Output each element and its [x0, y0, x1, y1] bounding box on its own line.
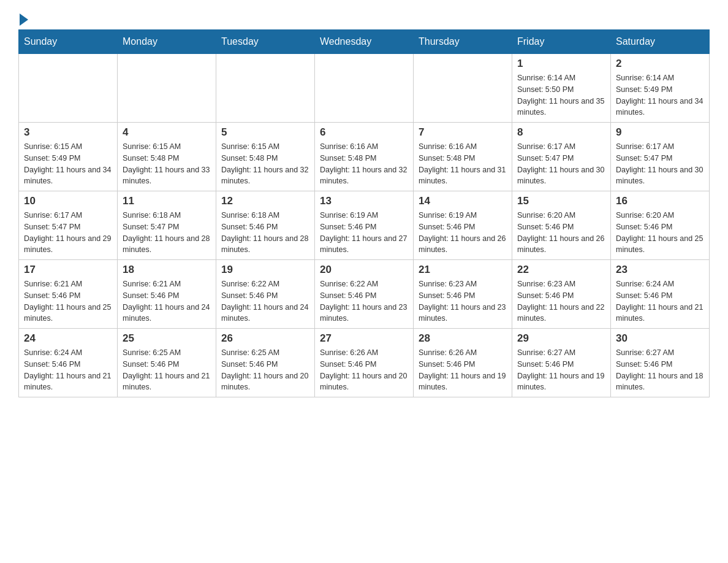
- calendar-cell: [118, 54, 216, 123]
- calendar-cell: 13Sunrise: 6:19 AMSunset: 5:46 PMDayligh…: [315, 191, 414, 260]
- calendar-cell: [216, 54, 315, 123]
- day-info: Sunrise: 6:14 AMSunset: 5:50 PMDaylight:…: [517, 72, 605, 118]
- day-number: 11: [123, 195, 211, 207]
- day-number: 5: [221, 126, 309, 139]
- calendar-cell: 27Sunrise: 6:26 AMSunset: 5:46 PMDayligh…: [315, 329, 414, 397]
- calendar-cell: 25Sunrise: 6:25 AMSunset: 5:46 PMDayligh…: [118, 329, 216, 397]
- day-info: Sunrise: 6:27 AMSunset: 5:46 PMDaylight:…: [517, 347, 605, 393]
- calendar-cell: 12Sunrise: 6:18 AMSunset: 5:46 PMDayligh…: [216, 191, 315, 260]
- calendar-cell: 19Sunrise: 6:22 AMSunset: 5:46 PMDayligh…: [216, 260, 315, 329]
- week-row-5: 24Sunrise: 6:24 AMSunset: 5:46 PMDayligh…: [19, 329, 710, 397]
- calendar-cell: 10Sunrise: 6:17 AMSunset: 5:47 PMDayligh…: [19, 191, 118, 260]
- calendar-cell: 28Sunrise: 6:26 AMSunset: 5:46 PMDayligh…: [414, 329, 512, 397]
- header-saturday: Saturday: [611, 30, 710, 54]
- day-info: Sunrise: 6:15 AMSunset: 5:49 PMDaylight:…: [24, 141, 112, 187]
- day-info: Sunrise: 6:17 AMSunset: 5:47 PMDaylight:…: [24, 210, 112, 256]
- calendar-cell: 16Sunrise: 6:20 AMSunset: 5:46 PMDayligh…: [611, 191, 710, 260]
- calendar-cell: 3Sunrise: 6:15 AMSunset: 5:49 PMDaylight…: [19, 123, 118, 191]
- calendar-cell: 23Sunrise: 6:24 AMSunset: 5:46 PMDayligh…: [611, 260, 710, 329]
- calendar-cell: 30Sunrise: 6:27 AMSunset: 5:46 PMDayligh…: [611, 329, 710, 397]
- day-info: Sunrise: 6:14 AMSunset: 5:49 PMDaylight:…: [616, 72, 704, 118]
- day-number: 15: [517, 195, 605, 207]
- day-info: Sunrise: 6:26 AMSunset: 5:46 PMDaylight:…: [419, 347, 507, 393]
- day-number: 29: [517, 332, 605, 345]
- day-number: 1: [517, 58, 605, 70]
- day-info: Sunrise: 6:19 AMSunset: 5:46 PMDaylight:…: [320, 210, 408, 256]
- day-number: 12: [221, 195, 309, 207]
- page-header: [18, 12, 710, 23]
- day-info: Sunrise: 6:23 AMSunset: 5:46 PMDaylight:…: [517, 278, 605, 324]
- day-number: 23: [616, 264, 704, 276]
- day-number: 19: [221, 264, 309, 276]
- day-number: 10: [24, 195, 112, 207]
- day-info: Sunrise: 6:24 AMSunset: 5:46 PMDaylight:…: [24, 347, 112, 393]
- day-number: 30: [616, 332, 704, 345]
- calendar-cell: 26Sunrise: 6:25 AMSunset: 5:46 PMDayligh…: [216, 329, 315, 397]
- day-info: Sunrise: 6:16 AMSunset: 5:48 PMDaylight:…: [320, 141, 408, 187]
- day-number: 26: [221, 332, 309, 345]
- day-info: Sunrise: 6:17 AMSunset: 5:47 PMDaylight:…: [517, 141, 605, 187]
- day-info: Sunrise: 6:24 AMSunset: 5:46 PMDaylight:…: [616, 278, 704, 324]
- calendar-cell: 18Sunrise: 6:21 AMSunset: 5:46 PMDayligh…: [118, 260, 216, 329]
- day-info: Sunrise: 6:21 AMSunset: 5:46 PMDaylight:…: [24, 278, 112, 324]
- day-number: 25: [123, 332, 211, 345]
- day-number: 14: [419, 195, 507, 207]
- header-monday: Monday: [118, 30, 216, 54]
- day-number: 3: [24, 126, 112, 139]
- day-number: 8: [517, 126, 605, 139]
- day-number: 13: [320, 195, 408, 207]
- day-info: Sunrise: 6:17 AMSunset: 5:47 PMDaylight:…: [616, 141, 704, 187]
- calendar-cell: 21Sunrise: 6:23 AMSunset: 5:46 PMDayligh…: [414, 260, 512, 329]
- day-number: 17: [24, 264, 112, 276]
- day-info: Sunrise: 6:26 AMSunset: 5:46 PMDaylight:…: [320, 347, 408, 393]
- calendar-cell: [414, 54, 512, 123]
- calendar-cell: 11Sunrise: 6:18 AMSunset: 5:47 PMDayligh…: [118, 191, 216, 260]
- day-number: 9: [616, 126, 704, 139]
- calendar-cell: 15Sunrise: 6:20 AMSunset: 5:46 PMDayligh…: [512, 191, 611, 260]
- day-info: Sunrise: 6:18 AMSunset: 5:47 PMDaylight:…: [123, 210, 211, 256]
- calendar-header-row: SundayMondayTuesdayWednesdayThursdayFrid…: [19, 30, 710, 54]
- week-row-3: 10Sunrise: 6:17 AMSunset: 5:47 PMDayligh…: [19, 191, 710, 260]
- calendar-cell: 20Sunrise: 6:22 AMSunset: 5:46 PMDayligh…: [315, 260, 414, 329]
- day-number: 20: [320, 264, 408, 276]
- header-tuesday: Tuesday: [216, 30, 315, 54]
- day-info: Sunrise: 6:25 AMSunset: 5:46 PMDaylight:…: [123, 347, 211, 393]
- calendar-cell: [19, 54, 118, 123]
- calendar-cell: 5Sunrise: 6:15 AMSunset: 5:48 PMDaylight…: [216, 123, 315, 191]
- calendar-cell: 2Sunrise: 6:14 AMSunset: 5:49 PMDaylight…: [611, 54, 710, 123]
- calendar-cell: 22Sunrise: 6:23 AMSunset: 5:46 PMDayligh…: [512, 260, 611, 329]
- header-sunday: Sunday: [19, 30, 118, 54]
- day-info: Sunrise: 6:23 AMSunset: 5:46 PMDaylight:…: [419, 278, 507, 324]
- day-number: 7: [419, 126, 507, 139]
- day-info: Sunrise: 6:19 AMSunset: 5:46 PMDaylight:…: [419, 210, 507, 256]
- day-number: 18: [123, 264, 211, 276]
- day-info: Sunrise: 6:15 AMSunset: 5:48 PMDaylight:…: [123, 141, 211, 187]
- day-info: Sunrise: 6:15 AMSunset: 5:48 PMDaylight:…: [221, 141, 309, 187]
- day-number: 28: [419, 332, 507, 345]
- day-info: Sunrise: 6:25 AMSunset: 5:46 PMDaylight:…: [221, 347, 309, 393]
- calendar-cell: 8Sunrise: 6:17 AMSunset: 5:47 PMDaylight…: [512, 123, 611, 191]
- day-number: 22: [517, 264, 605, 276]
- week-row-4: 17Sunrise: 6:21 AMSunset: 5:46 PMDayligh…: [19, 260, 710, 329]
- calendar-cell: 4Sunrise: 6:15 AMSunset: 5:48 PMDaylight…: [118, 123, 216, 191]
- day-info: Sunrise: 6:18 AMSunset: 5:46 PMDaylight:…: [221, 210, 309, 256]
- calendar-cell: 29Sunrise: 6:27 AMSunset: 5:46 PMDayligh…: [512, 329, 611, 397]
- day-number: 4: [123, 126, 211, 139]
- day-info: Sunrise: 6:27 AMSunset: 5:46 PMDaylight:…: [616, 347, 704, 393]
- day-info: Sunrise: 6:16 AMSunset: 5:48 PMDaylight:…: [419, 141, 507, 187]
- calendar-cell: [315, 54, 414, 123]
- logo-arrow-icon: [20, 13, 28, 26]
- week-row-1: 1Sunrise: 6:14 AMSunset: 5:50 PMDaylight…: [19, 54, 710, 123]
- day-info: Sunrise: 6:21 AMSunset: 5:46 PMDaylight:…: [123, 278, 211, 324]
- logo: [18, 12, 28, 23]
- day-number: 27: [320, 332, 408, 345]
- day-info: Sunrise: 6:20 AMSunset: 5:46 PMDaylight:…: [517, 210, 605, 256]
- day-number: 16: [616, 195, 704, 207]
- day-info: Sunrise: 6:22 AMSunset: 5:46 PMDaylight:…: [320, 278, 408, 324]
- calendar-cell: 9Sunrise: 6:17 AMSunset: 5:47 PMDaylight…: [611, 123, 710, 191]
- calendar-table: SundayMondayTuesdayWednesdayThursdayFrid…: [18, 29, 710, 397]
- calendar-cell: 24Sunrise: 6:24 AMSunset: 5:46 PMDayligh…: [19, 329, 118, 397]
- calendar-cell: 7Sunrise: 6:16 AMSunset: 5:48 PMDaylight…: [414, 123, 512, 191]
- day-number: 6: [320, 126, 408, 139]
- header-wednesday: Wednesday: [315, 30, 414, 54]
